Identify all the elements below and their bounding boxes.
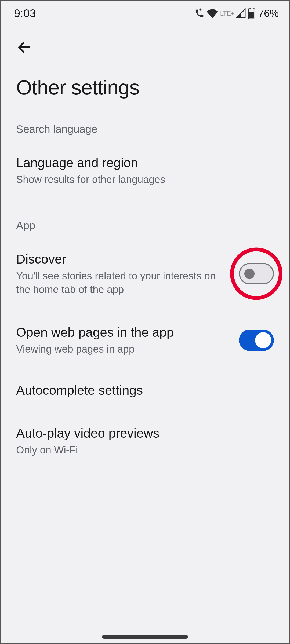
battery-icon (248, 8, 255, 19)
setting-autoplay[interactable]: Auto-play video previews Only on Wi-Fi (0, 414, 290, 469)
battery-percentage: 76% (258, 8, 279, 19)
setting-subtitle: You'll see stories related to your inter… (16, 269, 231, 297)
status-icons: 6 LTE+ 76% (194, 8, 279, 19)
setting-open-web-pages[interactable]: Open web pages in the app Viewing web pa… (0, 308, 290, 368)
toolbar (0, 27, 290, 65)
back-arrow-icon (16, 39, 33, 56)
section-header-app: App (0, 209, 290, 240)
svg-text:6: 6 (216, 8, 218, 12)
section-header-search-language: Search language (0, 112, 290, 143)
setting-subtitle: Only on Wi-Fi (16, 443, 266, 457)
setting-autocomplete[interactable]: Autocomplete settings (0, 367, 290, 414)
status-bar: 9:03 6 LTE+ 76% (0, 0, 290, 27)
setting-title: Discover (16, 251, 231, 268)
setting-language-region[interactable]: Language and region Show results for oth… (0, 143, 290, 198)
signal-icon (236, 8, 246, 19)
open-web-pages-toggle[interactable] (239, 330, 274, 351)
setting-subtitle: Viewing web pages in app (16, 342, 231, 356)
svg-rect-1 (249, 12, 254, 18)
status-time: 9:03 (14, 7, 36, 20)
discover-toggle[interactable] (239, 263, 274, 284)
toggle-thumb (255, 332, 271, 348)
wifi-calling-icon (194, 8, 205, 19)
setting-title: Language and region (16, 155, 266, 171)
lte-label: LTE+ (220, 10, 234, 17)
setting-title: Auto-play video previews (16, 425, 266, 442)
navigation-handle[interactable] (102, 635, 188, 639)
toggle-thumb (244, 269, 255, 279)
setting-subtitle: Show results for other languages (16, 173, 266, 186)
setting-title: Autocomplete settings (16, 382, 266, 399)
page-title: Other settings (0, 65, 290, 112)
setting-discover[interactable]: Discover You'll see stories related to y… (0, 240, 290, 308)
back-button[interactable] (16, 38, 35, 57)
setting-title: Open web pages in the app (16, 324, 231, 341)
wifi-icon: 6 (207, 8, 218, 19)
